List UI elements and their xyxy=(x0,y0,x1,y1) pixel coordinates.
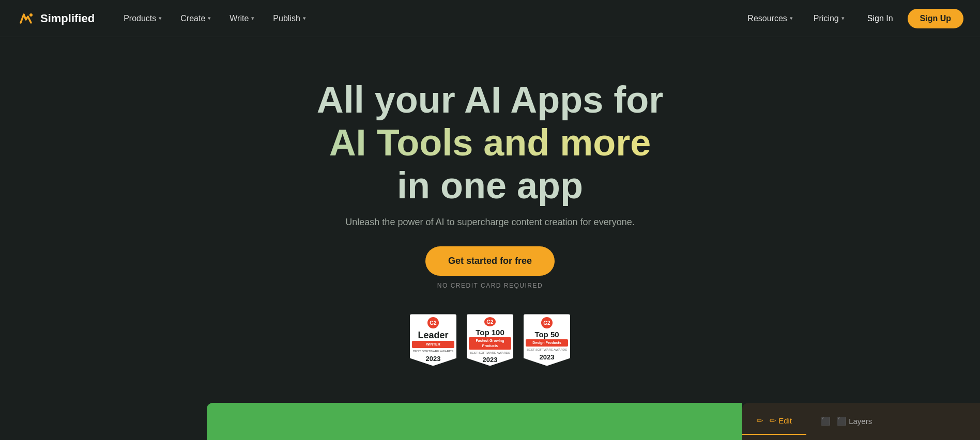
navbar: Simplified Products ▾ Create ▾ Write ▾ P… xyxy=(0,0,980,37)
logo-icon xyxy=(17,9,35,28)
svg-point-1 xyxy=(29,13,33,17)
nav-item-create[interactable]: Create ▾ xyxy=(172,10,219,27)
cta-button[interactable]: Get started for free xyxy=(425,246,555,276)
nav-item-products[interactable]: Products ▾ xyxy=(115,10,170,27)
signin-button[interactable]: Sign In xyxy=(857,10,904,27)
hero-section: All your AI Apps for AI Tools and more i… xyxy=(0,37,980,397)
edit-icon: ✏ xyxy=(757,416,763,426)
badge-title: Top 100 xyxy=(476,328,504,336)
badge-title: Leader xyxy=(418,331,448,340)
signup-button[interactable]: Sign Up xyxy=(908,9,963,28)
badge-year: 2023 xyxy=(540,353,555,361)
g2-logo: G2 xyxy=(541,317,553,328)
chevron-down-icon: ▾ xyxy=(208,15,211,22)
nav-item-pricing[interactable]: Pricing ▾ xyxy=(805,10,853,27)
layers-tab[interactable]: ⬛ ⬛ Layers xyxy=(806,408,886,434)
badge-top50: G2 Top 50 Design Products BEST SOFTWARE … xyxy=(524,314,570,366)
badges-container: G2 Leader WINTER BEST SOFTWARE AWARDS 20… xyxy=(410,314,570,366)
nav-item-publish[interactable]: Publish ▾ xyxy=(265,10,314,27)
logo-link[interactable]: Simplified xyxy=(17,9,95,28)
badge-top100: G2 Top 100 Fastest Growing Products BEST… xyxy=(467,314,513,366)
chevron-down-icon: ▾ xyxy=(303,15,306,22)
badge-sub-red: Design Products xyxy=(526,339,568,347)
nav-right: Resources ▾ Pricing ▾ Sign In Sign Up xyxy=(739,9,963,28)
badge-year: 2023 xyxy=(483,356,498,364)
badge-title: Top 50 xyxy=(534,331,559,338)
badge-year: 2023 xyxy=(426,355,441,363)
badge-sub-red: Fastest Growing Products xyxy=(469,337,511,350)
nav-item-write[interactable]: Write ▾ xyxy=(221,10,263,27)
g2-logo: G2 xyxy=(427,317,439,328)
badge-sub-text: BEST SOFTWARE AWARDS xyxy=(413,349,453,353)
layers-icon: ⬛ xyxy=(821,417,831,426)
logo-text: Simplified xyxy=(40,12,95,25)
badge-sub-text: BEST SOFTWARE AWARDS xyxy=(470,351,510,355)
chevron-down-icon: ▾ xyxy=(790,15,793,22)
no-credit-card-label: NO CREDIT CARD REQUIRED xyxy=(437,282,543,289)
chevron-down-icon: ▾ xyxy=(251,15,254,22)
hero-title: All your AI Apps for AI Tools and more i… xyxy=(317,78,664,207)
chevron-down-icon: ▾ xyxy=(841,15,845,22)
nav-links: Products ▾ Create ▾ Write ▾ Publish ▾ xyxy=(115,10,739,27)
bottom-editor-tabs: ✏ ✏ Edit ⬛ ⬛ Layers xyxy=(742,403,980,440)
badge-sub-text: BEST SOFTWARE AWARDS xyxy=(527,348,567,352)
bottom-green-preview xyxy=(207,403,742,440)
g2-logo: G2 xyxy=(484,317,496,326)
badge-sub-red: WINTER xyxy=(412,341,454,348)
chevron-down-icon: ▾ xyxy=(159,15,162,22)
badge-leader: G2 Leader WINTER BEST SOFTWARE AWARDS 20… xyxy=(410,314,456,366)
bottom-bar: ✏ ✏ Edit ⬛ ⬛ Layers xyxy=(0,403,980,440)
edit-tab[interactable]: ✏ ✏ Edit xyxy=(742,408,806,435)
nav-item-resources[interactable]: Resources ▾ xyxy=(739,10,801,27)
hero-subtitle: Unleash the power of AI to supercharge c… xyxy=(345,217,634,228)
